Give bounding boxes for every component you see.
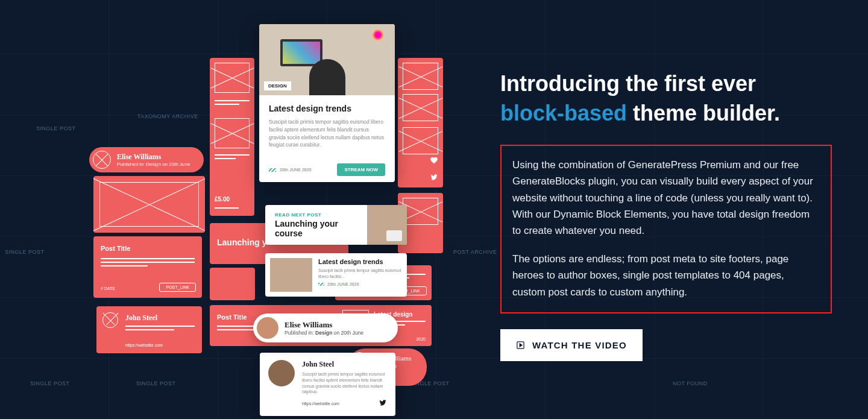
- thumbnail: [270, 258, 312, 292]
- author-bio: Suscipit taciti primis tempor sagittis e…: [302, 371, 387, 395]
- author-meta: Published in: Design on 20th June: [285, 330, 363, 336]
- twitter-icon: [379, 399, 387, 409]
- author-meta: Published in: Design on 20th June: [117, 162, 190, 167]
- wireframe-card: [210, 268, 255, 300]
- post-excerpt: Suscipit taciti primis tempor sagittis e…: [318, 268, 402, 280]
- next-post-card: READ NEXT POST Launching your course: [265, 205, 407, 245]
- category-tag: DESIGN: [264, 81, 291, 90]
- description-p2: The options are endless; from post meta …: [512, 251, 820, 300]
- play-icon: [516, 341, 525, 350]
- post-date: 20th JUNE 2020: [269, 168, 312, 172]
- author-card: John Steel Suscipit taciti primis tempor…: [260, 353, 395, 416]
- headline: Introducing the first ever block-based t…: [500, 69, 832, 128]
- wireframe-card: Post Title POST_LINK // DATE: [93, 236, 202, 298]
- post-image: DESIGN: [259, 24, 395, 95]
- thumbnail: [367, 205, 407, 245]
- post-date: 20th JUNE 2020: [318, 282, 402, 286]
- next-post-title: Launching your course: [275, 219, 357, 238]
- description-p1: Using the combination of GeneratePress P…: [512, 157, 820, 239]
- wireframe-card: [398, 58, 443, 187]
- preview-collage: £5.00 Post Title POST_LINK // DATE Jo: [0, 0, 476, 419]
- watch-video-button[interactable]: WATCH THE VIDEO: [500, 329, 643, 361]
- avatar: [257, 317, 278, 339]
- author-pill: Elise Williams Published in: Design on 2…: [253, 313, 398, 342]
- avatar: [268, 360, 295, 386]
- author-name: Elise Williams: [285, 320, 363, 330]
- author-name: John Steel: [302, 360, 387, 369]
- wireframe-card: [93, 176, 205, 233]
- post-title: Latest design trends: [318, 258, 402, 265]
- author-name: Elise Williams: [117, 153, 190, 162]
- button-label: WATCH THE VIDEO: [532, 340, 627, 350]
- wireframe-card: John Steel https://webstite.com: [96, 306, 202, 353]
- highlighted-description: Using the combination of GeneratePress P…: [500, 145, 832, 313]
- author-pill-wireframe: Elise Williams Published in: Design on 2…: [89, 147, 204, 172]
- post-card-compact: Latest design trends Suscipit taciti pri…: [265, 253, 407, 297]
- author-website: https://webstite.com: [302, 402, 339, 406]
- stream-button[interactable]: STREAM NOW: [337, 163, 385, 176]
- post-title: Latest design trends: [269, 104, 385, 113]
- wireframe-card: £5.00: [210, 58, 254, 216]
- kicker: READ NEXT POST: [275, 212, 357, 218]
- post-excerpt: Suscipit taciti primis tempor sagittis e…: [269, 118, 385, 149]
- post-card-main: DESIGN Latest design trends Suscipit tac…: [259, 24, 395, 182]
